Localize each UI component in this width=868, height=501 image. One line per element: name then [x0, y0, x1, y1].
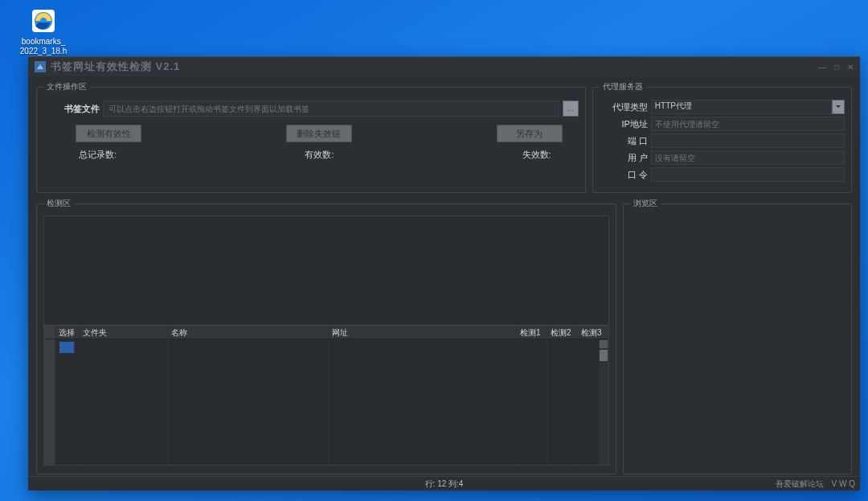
preview-panel-legend: 浏览区	[630, 198, 661, 209]
minimize-button[interactable]: —	[818, 63, 826, 72]
proxy-password-input[interactable]	[651, 167, 845, 182]
col-detect3[interactable]: 检测3	[578, 326, 608, 339]
chevron-down-icon	[835, 104, 841, 110]
table-row[interactable]	[44, 412, 608, 426]
maximize-button[interactable]: □	[834, 63, 839, 72]
col-url[interactable]: 网址	[329, 326, 517, 339]
proxy-ip-input[interactable]	[651, 117, 845, 131]
proxy-password-label: 口 令	[600, 169, 648, 181]
check-validity-button[interactable]: 检测有效性	[76, 125, 141, 142]
table-row[interactable]	[44, 383, 608, 397]
table-row[interactable]	[44, 354, 608, 368]
col-detect1[interactable]: 检测1	[517, 326, 547, 339]
titlebar[interactable]: 书签网址有效性检测 V2.1 — □ ✕	[28, 57, 860, 76]
bookmark-file-label: 书签文件	[43, 103, 100, 115]
stat-invalid: 失效数:	[522, 149, 551, 161]
ie-icon	[29, 6, 58, 35]
proxy-port-input[interactable]	[651, 133, 845, 148]
proxy-user-input[interactable]	[651, 150, 845, 165]
status-row-col: 行: 12 列:4	[425, 478, 464, 490]
bookmark-file-input[interactable]	[103, 101, 559, 117]
file-panel-legend: 文件操作区	[43, 81, 90, 92]
remove-invalid-button[interactable]: 删除失效链	[286, 125, 352, 142]
app-window: 书签网址有效性检测 V2.1 — □ ✕ 文件操作区 书签文件 … 检测有效性 …	[28, 56, 860, 491]
preview-panel: 浏览区	[623, 198, 852, 474]
close-button[interactable]: ✕	[847, 63, 854, 72]
proxy-type-select[interactable]: HTTP代理	[651, 100, 832, 114]
grid-upper-area	[44, 216, 608, 325]
proxy-ip-label: IP地址	[600, 118, 648, 130]
col-index[interactable]	[44, 326, 55, 339]
detect-panel: 检测区 选择 文件夹 名称 网址 检测1 检测2 检测3	[36, 198, 616, 474]
proxy-type-dropdown[interactable]	[832, 100, 845, 114]
status-credit: 吾爱破解论坛	[776, 478, 824, 490]
col-select[interactable]: 选择	[55, 326, 80, 339]
browse-button[interactable]: …	[563, 101, 579, 117]
col-name[interactable]: 名称	[168, 326, 329, 339]
col-detect2[interactable]: 检测2	[547, 326, 578, 339]
col-folder[interactable]: 文件夹	[80, 326, 168, 339]
status-bar: 行: 12 列:4 吾爱破解论坛 V W Q	[28, 476, 860, 491]
proxy-port-label: 端 口	[600, 135, 648, 147]
scroll-thumb[interactable]	[600, 350, 608, 361]
proxy-panel: 代理服务器 代理类型 HTTP代理 IP地址 端 口 用 户	[592, 81, 852, 193]
stat-total: 总记录数:	[79, 149, 117, 161]
stat-valid: 有效数:	[305, 149, 334, 161]
status-icons[interactable]: V W Q	[832, 479, 855, 488]
vertical-scrollbar[interactable]	[599, 339, 608, 465]
table-row[interactable]	[44, 339, 608, 354]
proxy-type-label: 代理类型	[600, 101, 648, 113]
detect-panel-legend: 检测区	[43, 198, 74, 209]
table-row[interactable]	[44, 455, 608, 465]
grid-body[interactable]	[44, 339, 608, 465]
proxy-user-label: 用 户	[600, 152, 648, 164]
save-as-button[interactable]: 另存为	[497, 125, 563, 142]
selected-cell[interactable]	[59, 342, 75, 353]
proxy-panel-legend: 代理服务器	[600, 81, 646, 92]
table-row[interactable]	[44, 441, 608, 455]
result-grid: 选择 文件夹 名称 网址 检测1 检测2 检测3	[43, 216, 609, 466]
grid-header: 选择 文件夹 名称 网址 检测1 检测2 检测3	[44, 325, 608, 339]
table-row[interactable]	[44, 426, 608, 441]
table-row[interactable]	[44, 368, 608, 383]
table-row[interactable]	[44, 397, 608, 412]
file-panel: 文件操作区 书签文件 … 检测有效性 删除失效链 另存为 总记录数: 有效数: …	[36, 81, 586, 193]
app-icon	[35, 61, 46, 72]
scroll-up-button[interactable]	[600, 340, 608, 348]
window-title: 书签网址有效性检测 V2.1	[51, 60, 180, 74]
